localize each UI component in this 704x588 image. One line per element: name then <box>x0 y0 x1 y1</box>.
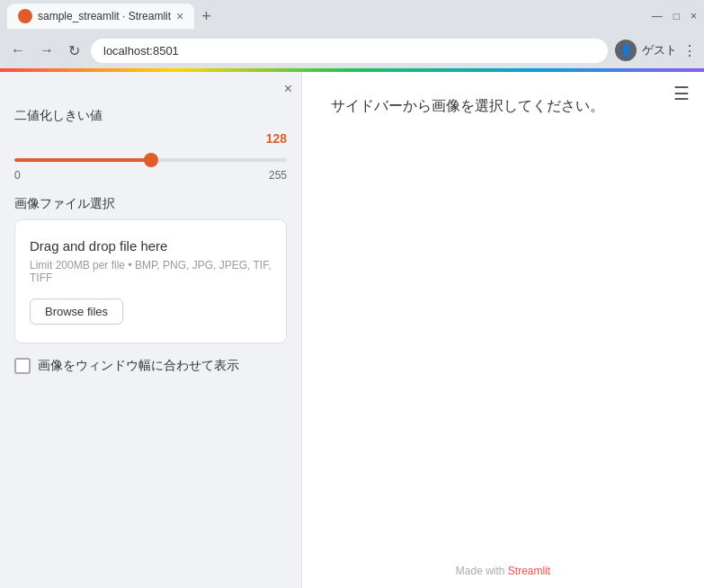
user-icon: 👤 <box>619 44 633 57</box>
main-footer: Made with Streamlit <box>302 565 704 577</box>
forward-button[interactable]: → <box>36 40 58 60</box>
slider-section: 二値化しきい値 128 0 255 <box>14 108 287 182</box>
browse-files-button[interactable]: Browse files <box>30 298 123 325</box>
sidebar-close-button[interactable]: × <box>284 81 292 97</box>
user-avatar-button[interactable]: 👤 <box>615 40 637 61</box>
slider-max: 255 <box>269 169 287 182</box>
slider-value: 128 <box>14 131 287 146</box>
tab-close-button[interactable]: × <box>176 9 183 23</box>
slider-minmax: 0 255 <box>14 169 287 182</box>
user-label: ゲスト <box>642 42 677 58</box>
checkbox-section[interactable]: 画像をウィンドウ幅に合わせて表示 <box>14 358 287 374</box>
drag-drop-title: Drag and drop file here <box>30 238 272 254</box>
drag-drop-limit: Limit 200MB per file • BMP, PNG, JPG, JP… <box>30 259 272 284</box>
tab-favicon <box>18 9 32 23</box>
file-drop-zone[interactable]: Drag and drop file here Limit 200MB per … <box>14 219 287 343</box>
browser-menu-button[interactable]: ⋮ <box>682 42 697 59</box>
file-upload-label: 画像ファイル選択 <box>14 196 287 212</box>
checkbox-label: 画像をウィンドウ幅に合わせて表示 <box>38 358 239 374</box>
streamlit-link[interactable]: Streamlit <box>508 565 550 577</box>
close-window-button[interactable]: × <box>691 10 697 22</box>
hamburger-menu-button[interactable]: ☰ <box>673 83 690 104</box>
slider-label: 二値化しきい値 <box>14 108 287 124</box>
sidebar: × 二値化しきい値 128 0 255 画像ファイル選択 Drag and dr… <box>0 72 302 588</box>
tab-title: sample_streamlit · Streamlit <box>38 10 171 22</box>
main-instruction: サイドバーから画像を選択してください。 <box>331 97 675 116</box>
refresh-button[interactable]: ↻ <box>65 40 84 61</box>
footer-text: Made with <box>456 565 508 577</box>
main-content: ☰ サイドバーから画像を選択してください。 Made with Streamli… <box>302 72 704 588</box>
file-upload-section: 画像ファイル選択 Drag and drop file here Limit 2… <box>14 196 287 343</box>
minimize-button[interactable]: — <box>652 10 663 22</box>
slider-min: 0 <box>14 169 21 182</box>
maximize-button[interactable]: □ <box>673 10 680 22</box>
new-tab-button[interactable]: + <box>201 7 211 26</box>
address-bar-input[interactable] <box>91 39 608 63</box>
back-button[interactable]: ← <box>7 40 29 60</box>
threshold-slider[interactable] <box>14 158 287 162</box>
fit-window-checkbox[interactable] <box>14 358 31 374</box>
